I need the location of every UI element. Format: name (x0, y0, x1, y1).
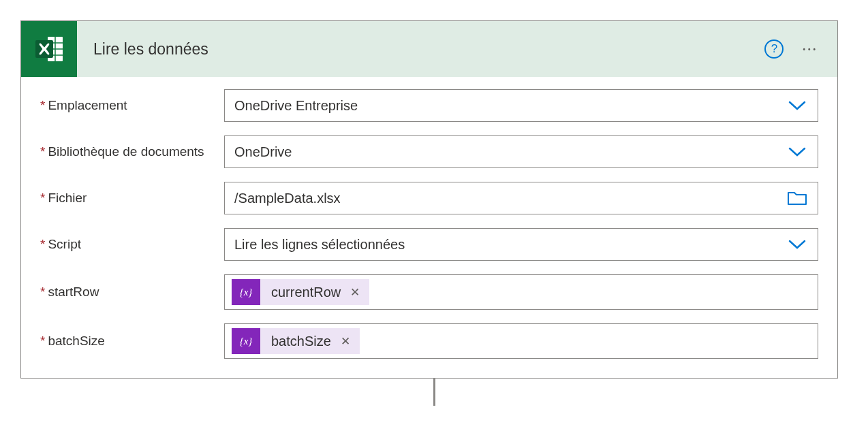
row-batchsize: *batchSize {x} batchSize ✕ (40, 323, 818, 359)
label-startrow: *startRow (40, 285, 224, 300)
token-label: batchSize (260, 334, 341, 349)
token-currentrow: {x} currentRow ✕ (232, 279, 369, 305)
dropdown-library-value: OneDrive (225, 144, 777, 160)
token-remove-icon[interactable]: ✕ (350, 285, 369, 300)
variable-icon: {x} (232, 328, 260, 354)
connector-line (433, 379, 435, 406)
row-startrow: *startRow {x} currentRow ✕ (40, 274, 818, 310)
help-icon[interactable]: ? (764, 39, 784, 59)
label-location: *Emplacement (40, 98, 224, 113)
chevron-down-icon (777, 100, 818, 111)
variable-icon: {x} (232, 279, 260, 305)
file-picker[interactable]: /SampleData.xlsx (224, 182, 818, 214)
chevron-down-icon (777, 239, 818, 250)
dropdown-script-value: Lire les lignes sélectionnées (225, 237, 777, 253)
dropdown-location-value: OneDrive Entreprise (225, 98, 777, 114)
action-card: Lire les données ? ••• *Emplacement OneD… (20, 20, 838, 379)
row-library: *Bibliothèque de documents OneDrive (40, 135, 818, 168)
header-actions: ? ••• (764, 39, 837, 59)
label-script: *Script (40, 237, 224, 252)
folder-icon[interactable] (777, 190, 818, 206)
label-library: *Bibliothèque de documents (40, 144, 224, 159)
more-menu-icon[interactable]: ••• (803, 46, 818, 53)
token-remove-icon[interactable]: ✕ (341, 334, 360, 349)
file-value: /SampleData.xlsx (225, 191, 777, 206)
dropdown-script[interactable]: Lire les lignes sélectionnées (224, 228, 818, 261)
dropdown-library[interactable]: OneDrive (224, 135, 818, 168)
excel-icon (21, 21, 77, 77)
chevron-down-icon (777, 146, 818, 157)
row-file: *Fichier /SampleData.xlsx (40, 182, 818, 214)
label-batchsize: *batchSize (40, 334, 224, 349)
token-batchsize: {x} batchSize ✕ (232, 328, 360, 354)
input-startrow[interactable]: {x} currentRow ✕ (224, 274, 818, 310)
dropdown-location[interactable]: OneDrive Entreprise (224, 89, 818, 122)
row-script: *Script Lire les lignes sélectionnées (40, 228, 818, 261)
input-batchsize[interactable]: {x} batchSize ✕ (224, 323, 818, 359)
row-location: *Emplacement OneDrive Entreprise (40, 89, 818, 122)
svg-text:{x}: {x} (240, 287, 253, 298)
card-title: Lire les données (77, 40, 764, 59)
card-header: Lire les données ? ••• (21, 21, 837, 77)
svg-text:{x}: {x} (240, 336, 253, 347)
token-label: currentRow (260, 285, 350, 300)
label-file: *Fichier (40, 191, 224, 206)
form-body: *Emplacement OneDrive Entreprise *Biblio… (21, 77, 837, 378)
